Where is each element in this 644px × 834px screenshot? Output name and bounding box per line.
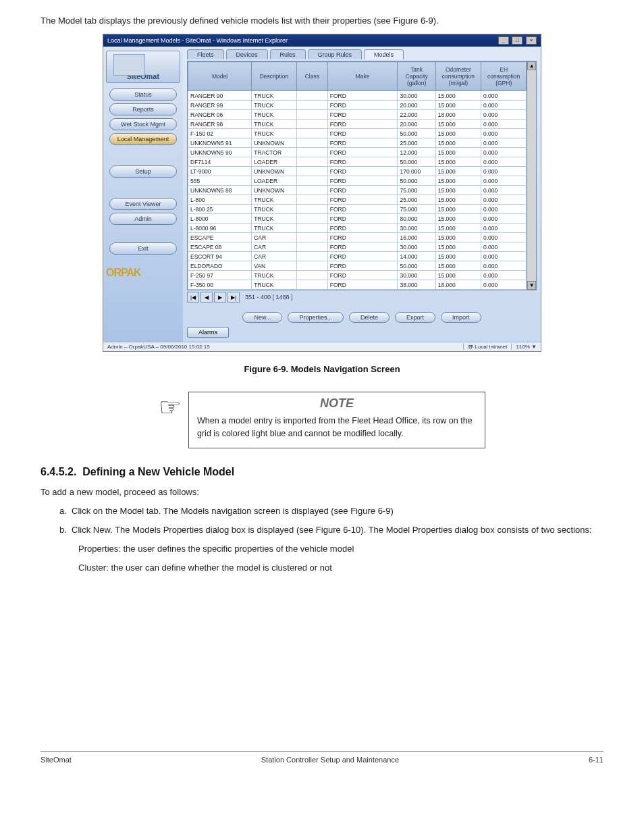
table-row[interactable]: L-8000TRUCKFORD80.00015.0000.000 bbox=[188, 214, 527, 224]
table-cell: 555 bbox=[188, 176, 252, 186]
table-cell: 0.000 bbox=[481, 120, 527, 129]
col-header[interactable]: Make bbox=[327, 62, 398, 91]
table-cell: 15.000 bbox=[435, 186, 481, 195]
col-header[interactable]: Odometer consumption (mi/gal) bbox=[435, 62, 481, 91]
sidebar-item-event-viewer[interactable]: Event Viewer bbox=[109, 198, 177, 210]
col-header[interactable]: Tank Capacity (gallon) bbox=[398, 62, 435, 91]
table-cell: 20.000 bbox=[398, 101, 435, 110]
pager-last-button[interactable]: ▶| bbox=[227, 292, 240, 303]
table-cell: RANGER 98 bbox=[188, 120, 252, 129]
sidebar-item-local-management[interactable]: Local Management bbox=[109, 133, 177, 145]
delete-button[interactable]: Delete bbox=[349, 312, 390, 323]
table-row[interactable]: 555LOADERFORD50.00015.0000.000 bbox=[188, 176, 527, 186]
footer-right: 6-11 bbox=[589, 756, 603, 764]
table-cell: 80.000 bbox=[398, 214, 435, 224]
tab-fleets[interactable]: Fleets bbox=[187, 49, 224, 59]
scrollbar[interactable]: ▲ ▼ bbox=[527, 61, 536, 290]
sidebar-item-setup[interactable]: Setup bbox=[109, 165, 177, 178]
note-box: NOTE When a model entry is imported from… bbox=[188, 392, 485, 448]
table-cell: FORD bbox=[327, 261, 398, 271]
properties-button[interactable]: Properties... bbox=[288, 312, 344, 323]
tab-models[interactable]: Models bbox=[364, 49, 404, 59]
table-cell: UNKNOWN5 90 bbox=[188, 148, 252, 157]
table-cell: ESCAPE bbox=[188, 233, 252, 242]
table-cell: UNKNOWN bbox=[252, 167, 297, 176]
close-icon[interactable]: × bbox=[526, 36, 537, 45]
table-cell: 0.000 bbox=[481, 91, 527, 101]
table-cell: FORD bbox=[327, 242, 398, 252]
tab-rules[interactable]: Rules bbox=[270, 49, 306, 59]
table-cell: 15.000 bbox=[435, 101, 481, 110]
table-cell: 16.000 bbox=[398, 233, 435, 242]
table-row[interactable]: ESCAPE 08CARFORD30.00015.0000.000 bbox=[188, 242, 527, 252]
table-cell: 15.000 bbox=[435, 129, 481, 138]
import-button[interactable]: Import bbox=[441, 312, 481, 323]
table-row[interactable]: L-800 25TRUCKFORD75.00015.0000.000 bbox=[188, 205, 527, 214]
maximize-icon[interactable]: □ bbox=[512, 36, 522, 45]
table-cell: FORD bbox=[327, 224, 398, 233]
table-cell: F-150 02 bbox=[188, 129, 252, 138]
table-row[interactable]: RANGER 06TRUCKFORD22.00018.0000.000 bbox=[188, 110, 527, 120]
scroll-down-icon[interactable]: ▼ bbox=[527, 281, 536, 290]
sidebar-item-reports[interactable]: Reports bbox=[109, 103, 177, 115]
table-cell: TRUCK bbox=[252, 224, 297, 233]
table-cell: 15.000 bbox=[435, 120, 481, 129]
table-cell: 20.000 bbox=[398, 120, 435, 129]
table-row[interactable]: DF7114LOADERFORD50.00015.0000.000 bbox=[188, 157, 527, 167]
table-row[interactable]: F-150 02TRUCKFORD50.00015.0000.000 bbox=[188, 129, 527, 138]
pager-prev-button[interactable]: ◀ bbox=[200, 292, 213, 303]
sidebar-item-wet-stock-mgmt[interactable]: Wet Stock Mgmt bbox=[109, 118, 177, 130]
pager-first-button[interactable]: |◀ bbox=[187, 292, 199, 303]
table-row[interactable]: F-350 00TRUCKFORD38.00018.0000.000 bbox=[188, 280, 527, 290]
table-cell: 75.000 bbox=[398, 205, 435, 214]
step-b-sub1: Properties: the user defines the specifi… bbox=[41, 542, 603, 556]
alarms-button[interactable]: Alarms bbox=[187, 327, 229, 338]
table-cell bbox=[296, 176, 327, 186]
table-cell: L-8000 bbox=[188, 214, 252, 224]
table-cell: 0.000 bbox=[481, 214, 527, 224]
table-cell: FORD bbox=[327, 205, 398, 214]
export-button[interactable]: Export bbox=[395, 312, 435, 323]
status-zoom[interactable]: 110% ▼ bbox=[511, 344, 537, 350]
scroll-up-icon[interactable]: ▲ bbox=[527, 61, 536, 70]
col-header[interactable]: Model bbox=[188, 62, 252, 91]
minimize-icon[interactable]: _ bbox=[498, 36, 509, 45]
table-row[interactable]: UNKNOWN5 91UNKNOWNFORD25.00015.0000.000 bbox=[188, 138, 527, 148]
table-cell: TRUCK bbox=[252, 205, 297, 214]
tab-devices[interactable]: Devices bbox=[226, 49, 268, 59]
new-button[interactable]: New... bbox=[242, 312, 282, 323]
table-row[interactable]: RANGER 90TRUCKFORD30.00015.0000.000 bbox=[188, 91, 527, 101]
table-row[interactable]: UNKNOWN5 90TRACTORFORD12.00015.0000.000 bbox=[188, 148, 527, 157]
table-cell: 0.000 bbox=[481, 271, 527, 280]
pager-next-button[interactable]: ▶ bbox=[214, 292, 226, 303]
sidebar-item-admin[interactable]: Admin bbox=[109, 213, 177, 225]
table-cell: L-800 25 bbox=[188, 205, 252, 214]
table-cell: TRACTOR bbox=[252, 148, 297, 157]
sidebar-item-status[interactable]: Status bbox=[109, 88, 177, 101]
status-bar: Admin – OrpakUSA – 09/06/2010 15:02:15 🖳… bbox=[103, 342, 541, 351]
table-row[interactable]: ESCAPECARFORD16.00015.0000.000 bbox=[188, 233, 527, 242]
table-cell: UNKNOWN5 91 bbox=[188, 138, 252, 148]
table-row[interactable]: RANGER 98TRUCKFORD20.00015.0000.000 bbox=[188, 120, 527, 129]
table-cell: TRUCK bbox=[252, 280, 297, 290]
col-header[interactable]: EH consumption (GPH) bbox=[481, 62, 527, 91]
sidebar-item-exit[interactable]: Exit bbox=[109, 242, 177, 255]
table-cell: F-250 97 bbox=[188, 271, 252, 280]
table-cell: UNKNOWN bbox=[252, 138, 297, 148]
table-row[interactable]: L-800TRUCKFORD25.00015.0000.000 bbox=[188, 195, 527, 205]
table-row[interactable]: L-8000 96TRUCKFORD30.00015.0000.000 bbox=[188, 224, 527, 233]
table-row[interactable]: F-250 97TRUCKFORD30.00015.0000.000 bbox=[188, 271, 527, 280]
table-cell: CAR bbox=[252, 242, 297, 252]
table-cell: 0.000 bbox=[481, 261, 527, 271]
step-a: a. Click on the Model tab. The Models na… bbox=[41, 504, 603, 519]
table-cell: FORD bbox=[327, 120, 398, 129]
table-row[interactable]: ESCORT 94CARFORD14.00015.0000.000 bbox=[188, 252, 527, 261]
tab-group-rules[interactable]: Group Rules bbox=[308, 49, 363, 59]
table-row[interactable]: LT-9000UNKNOWNFORD170.00015.0000.000 bbox=[188, 167, 527, 176]
table-row[interactable]: RANGER 99TRUCKFORD20.00015.0000.000 bbox=[188, 101, 527, 110]
table-row[interactable]: UNKNOWN5 88UNKNOWNFORD75.00015.0000.000 bbox=[188, 186, 527, 195]
col-header[interactable]: Description bbox=[252, 62, 297, 91]
table-cell: UNKNOWN bbox=[252, 186, 297, 195]
col-header[interactable]: Class bbox=[296, 62, 327, 91]
table-row[interactable]: ELDORADOVANFORD50.00015.0000.000 bbox=[188, 261, 527, 271]
